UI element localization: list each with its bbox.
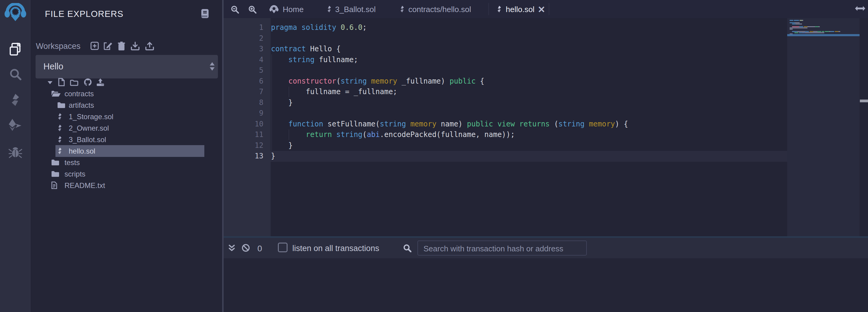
minimap-line — [789, 26, 820, 27]
line-number-gutter: 12345678910111213 — [224, 18, 271, 236]
remix-logo[interactable] — [0, 3, 30, 22]
transaction-count-badge: 0 — [257, 244, 262, 253]
delete-workspace-icon[interactable] — [118, 41, 125, 52]
folder-icon — [57, 102, 65, 110]
listen-transactions-label: listen on all transactions — [292, 244, 379, 253]
folder-open-icon — [51, 90, 61, 98]
tree-item-2_owner-sol[interactable]: 2_Owner.sol — [31, 122, 222, 134]
solidity-icon — [57, 113, 62, 122]
restore-workspace-icon[interactable] — [145, 41, 154, 52]
minimap-line — [789, 20, 803, 21]
close-tab-icon[interactable]: ✕ — [538, 4, 545, 15]
current-line-highlight — [271, 151, 787, 162]
publish-gist-icon[interactable] — [96, 79, 104, 87]
tree-item-tests[interactable]: tests — [31, 157, 222, 168]
folder-icon — [51, 159, 59, 167]
vertical-icon-panel — [0, 0, 30, 312]
terminal-toolbar: 0 listen on all transactions Search with… — [224, 238, 868, 258]
tree-item-label: README.txt — [64, 181, 105, 190]
panel-title: FILE EXPLORERS — [45, 9, 124, 19]
rename-workspace-icon[interactable] — [104, 41, 113, 51]
tree-item-label: contracts — [64, 90, 94, 98]
clone-github-icon[interactable] — [84, 78, 92, 87]
code-line-8: } — [271, 97, 293, 108]
workspaces-label: Workspaces — [36, 41, 81, 51]
solidity-icon — [57, 124, 62, 133]
tree-item-readme-txt[interactable]: README.txt — [31, 179, 222, 191]
tab-label: contracts/hello.sol — [408, 5, 471, 14]
workspace-select[interactable]: Hello — [36, 55, 218, 79]
tree-item-label: scripts — [64, 170, 85, 178]
tab-label: 3_Ballot.sol — [335, 5, 375, 14]
tab-separator — [549, 3, 549, 15]
expand-terminal-icon[interactable] — [228, 245, 235, 253]
tab-separator — [489, 3, 489, 15]
debugger-icon[interactable] — [0, 145, 30, 159]
new-folder-icon[interactable] — [70, 79, 79, 87]
code-line-7: fullname = _fullname; — [271, 87, 397, 97]
collapse-chevron-icon[interactable] — [47, 80, 53, 86]
file-explorer-icon[interactable] — [0, 42, 30, 56]
select-caret-icon — [210, 62, 215, 70]
line-number: 11 — [255, 130, 264, 140]
file-icon — [51, 181, 57, 190]
line-number: 7 — [259, 87, 264, 97]
solidity-icon — [57, 147, 62, 156]
minimap-line — [789, 27, 807, 28]
terminal-search-input[interactable]: Search with transaction hash or address — [417, 240, 587, 256]
tab-label: hello.sol — [506, 5, 534, 14]
search-icon[interactable] — [0, 67, 30, 82]
search-placeholder: Search with transaction hash or address — [424, 244, 563, 253]
swap-panel-icon[interactable] — [855, 5, 866, 13]
remix-icon — [269, 5, 279, 15]
main-area: Home3_Ballot.solcontracts/hello.solhello… — [224, 0, 868, 312]
code-line-6: constructor(string memory _fullname) pub… — [271, 76, 484, 87]
minimap-line — [789, 24, 802, 24]
code-line-11: return string(abi.encodePacked(fullname,… — [271, 130, 515, 140]
create-workspace-icon[interactable] — [90, 41, 99, 51]
overview-ruler[interactable] — [860, 18, 868, 236]
solidity-icon — [400, 5, 405, 14]
minimap-line — [789, 31, 840, 32]
code-line-10: function setFullname(string memory name)… — [271, 119, 628, 130]
line-number: 1 — [259, 22, 264, 33]
line-number: 2 — [259, 33, 264, 44]
scrollbar-marker — [860, 100, 868, 102]
terminal-search-icon — [403, 244, 411, 253]
tree-item-hello-sol[interactable]: hello.sol — [56, 145, 204, 157]
minimap-line — [789, 29, 793, 30]
line-number: 8 — [259, 97, 264, 108]
terminal-output-area[interactable] — [224, 258, 868, 312]
tree-item-contracts[interactable]: contracts — [31, 88, 222, 100]
solidity-icon — [497, 5, 502, 14]
tree-item-3_ballot-sol[interactable]: 3_Ballot.sol — [31, 134, 222, 145]
tree-item-1_storage-sol[interactable]: 1_Storage.sol — [31, 111, 222, 122]
code-line-1: pragma solidity 0.6.0; — [271, 22, 367, 33]
documentation-icon[interactable] — [201, 9, 209, 19]
minimap-line — [789, 32, 824, 33]
new-file-icon[interactable] — [58, 78, 65, 87]
clear-console-icon[interactable] — [242, 244, 250, 253]
solidity-compiler-icon[interactable] — [0, 93, 30, 107]
solidity-icon — [327, 5, 332, 14]
line-number: 9 — [259, 108, 264, 119]
minimap-current-line — [787, 34, 860, 36]
tree-item-label: 2_Owner.sol — [69, 124, 109, 133]
deploy-run-icon[interactable] — [0, 118, 30, 132]
line-number: 6 — [259, 76, 264, 87]
zoom-in-icon[interactable] — [248, 5, 256, 15]
minimap[interactable] — [787, 18, 860, 236]
listen-transactions-checkbox[interactable] — [278, 243, 287, 252]
zoom-out-icon[interactable] — [231, 5, 239, 15]
tree-item-scripts[interactable]: scripts — [31, 168, 222, 180]
tree-item-label: 3_Ballot.sol — [69, 136, 106, 144]
tree-item-artifacts[interactable]: artifacts — [31, 99, 222, 111]
file-explorer-panel: FILE EXPLORERS Workspaces Hello — [31, 0, 222, 312]
tab-label: Home — [283, 5, 304, 14]
editor-tabbar: Home3_Ballot.solcontracts/hello.solhello… — [224, 0, 868, 18]
code-editor[interactable]: 12345678910111213 pragma solidity 0.6.0;… — [224, 18, 868, 236]
line-number: 13 — [255, 151, 264, 162]
solidity-icon — [57, 136, 62, 145]
workspace-selected-value: Hello — [43, 61, 63, 72]
download-workspace-icon[interactable] — [131, 41, 140, 52]
